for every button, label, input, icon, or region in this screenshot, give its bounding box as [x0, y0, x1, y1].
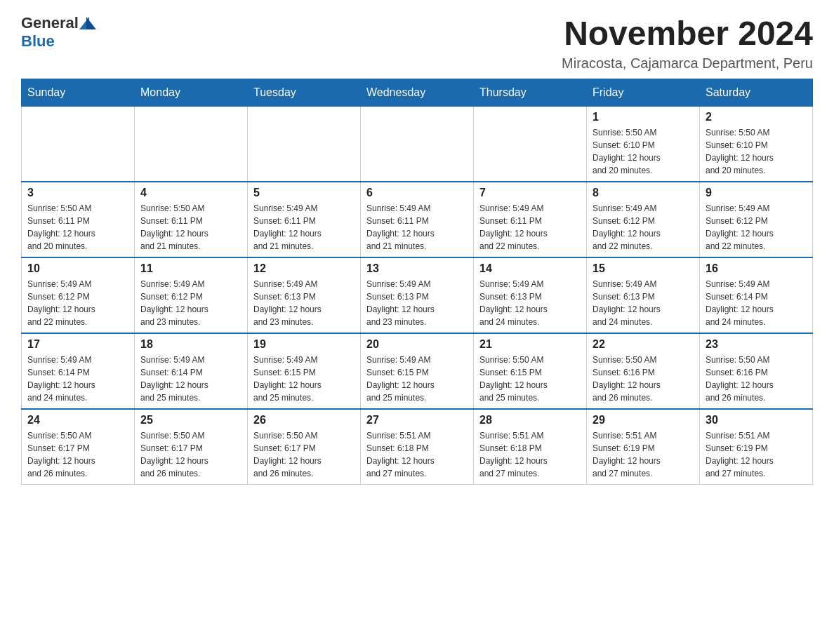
calendar-cell: 29Sunrise: 5:51 AM Sunset: 6:19 PM Dayli… — [587, 409, 700, 485]
day-info: Sunrise: 5:49 AM Sunset: 6:15 PM Dayligh… — [253, 354, 355, 404]
calendar-cell: 3Sunrise: 5:50 AM Sunset: 6:11 PM Daylig… — [22, 182, 135, 257]
calendar-cell: 24Sunrise: 5:50 AM Sunset: 6:17 PM Dayli… — [22, 409, 135, 485]
calendar-week-row: 10Sunrise: 5:49 AM Sunset: 6:12 PM Dayli… — [22, 257, 813, 333]
day-number: 24 — [27, 414, 128, 427]
calendar-cell: 14Sunrise: 5:49 AM Sunset: 6:13 PM Dayli… — [474, 257, 587, 333]
logo-text-blue: Blue — [21, 32, 55, 50]
day-info: Sunrise: 5:49 AM Sunset: 6:14 PM Dayligh… — [706, 278, 807, 328]
day-info: Sunrise: 5:50 AM Sunset: 6:10 PM Dayligh… — [593, 126, 694, 177]
day-info: Sunrise: 5:51 AM Sunset: 6:19 PM Dayligh… — [593, 429, 694, 480]
calendar-header-saturday: Saturday — [700, 79, 813, 107]
day-info: Sunrise: 5:51 AM Sunset: 6:19 PM Dayligh… — [706, 429, 807, 480]
calendar-cell: 27Sunrise: 5:51 AM Sunset: 6:18 PM Dayli… — [361, 409, 474, 485]
day-info: Sunrise: 5:49 AM Sunset: 6:12 PM Dayligh… — [593, 202, 694, 253]
day-number: 21 — [479, 338, 581, 351]
day-info: Sunrise: 5:50 AM Sunset: 6:11 PM Dayligh… — [140, 202, 241, 253]
day-number: 10 — [27, 262, 128, 275]
day-number: 12 — [253, 262, 355, 275]
day-number: 17 — [27, 338, 128, 351]
calendar-cell: 7Sunrise: 5:49 AM Sunset: 6:11 PM Daylig… — [474, 182, 587, 257]
calendar-header-wednesday: Wednesday — [361, 79, 474, 107]
calendar-cell — [474, 107, 587, 182]
day-info: Sunrise: 5:49 AM Sunset: 6:12 PM Dayligh… — [140, 278, 241, 328]
day-number: 29 — [593, 414, 694, 427]
location-subtitle: Miracosta, Cajamarca Department, Peru — [562, 55, 813, 72]
calendar-week-row: 1Sunrise: 5:50 AM Sunset: 6:10 PM Daylig… — [22, 107, 813, 182]
day-info: Sunrise: 5:50 AM Sunset: 6:16 PM Dayligh… — [593, 354, 694, 404]
day-info: Sunrise: 5:49 AM Sunset: 6:12 PM Dayligh… — [706, 202, 807, 253]
calendar-cell: 26Sunrise: 5:50 AM Sunset: 6:17 PM Dayli… — [248, 409, 361, 485]
calendar-cell: 2Sunrise: 5:50 AM Sunset: 6:10 PM Daylig… — [700, 107, 813, 182]
day-number: 13 — [366, 262, 468, 275]
calendar-week-row: 3Sunrise: 5:50 AM Sunset: 6:11 PM Daylig… — [22, 182, 813, 257]
day-info: Sunrise: 5:49 AM Sunset: 6:11 PM Dayligh… — [366, 202, 468, 253]
logo-text-general: General — [21, 14, 79, 32]
calendar-header-thursday: Thursday — [474, 79, 587, 107]
day-info: Sunrise: 5:49 AM Sunset: 6:14 PM Dayligh… — [140, 354, 241, 404]
day-number: 22 — [593, 338, 694, 351]
calendar-cell: 28Sunrise: 5:51 AM Sunset: 6:18 PM Dayli… — [474, 409, 587, 485]
calendar-cell: 8Sunrise: 5:49 AM Sunset: 6:12 PM Daylig… — [587, 182, 700, 257]
day-info: Sunrise: 5:49 AM Sunset: 6:13 PM Dayligh… — [479, 278, 581, 328]
day-info: Sunrise: 5:50 AM Sunset: 6:16 PM Dayligh… — [706, 354, 807, 404]
calendar-cell — [248, 107, 361, 182]
day-number: 9 — [706, 187, 807, 199]
day-number: 6 — [366, 187, 468, 199]
calendar-cell: 13Sunrise: 5:49 AM Sunset: 6:13 PM Dayli… — [361, 257, 474, 333]
day-info: Sunrise: 5:49 AM Sunset: 6:11 PM Dayligh… — [253, 202, 355, 253]
calendar-header-sunday: Sunday — [22, 79, 135, 107]
day-number: 5 — [253, 187, 355, 199]
logo: General Blue — [21, 14, 96, 51]
calendar-cell — [361, 107, 474, 182]
day-number: 16 — [706, 262, 807, 275]
calendar-cell: 6Sunrise: 5:49 AM Sunset: 6:11 PM Daylig… — [361, 182, 474, 257]
day-number: 14 — [479, 262, 581, 275]
calendar-table: SundayMondayTuesdayWednesdayThursdayFrid… — [21, 79, 813, 485]
page-header: General Blue November 2024 Miracosta, Ca… — [21, 14, 813, 72]
day-number: 20 — [366, 338, 468, 351]
day-number: 26 — [253, 414, 355, 427]
calendar-cell: 9Sunrise: 5:49 AM Sunset: 6:12 PM Daylig… — [700, 182, 813, 257]
calendar-cell: 23Sunrise: 5:50 AM Sunset: 6:16 PM Dayli… — [700, 333, 813, 409]
calendar-cell: 12Sunrise: 5:49 AM Sunset: 6:13 PM Dayli… — [248, 257, 361, 333]
day-number: 8 — [593, 187, 694, 199]
day-number: 28 — [479, 414, 581, 427]
calendar-cell: 17Sunrise: 5:49 AM Sunset: 6:14 PM Dayli… — [22, 333, 135, 409]
logo-triangle2-icon — [86, 17, 96, 29]
day-info: Sunrise: 5:49 AM Sunset: 6:13 PM Dayligh… — [366, 278, 468, 328]
day-number: 25 — [140, 414, 241, 427]
calendar-header-row: SundayMondayTuesdayWednesdayThursdayFrid… — [22, 79, 813, 107]
calendar-cell: 22Sunrise: 5:50 AM Sunset: 6:16 PM Dayli… — [587, 333, 700, 409]
day-number: 2 — [706, 111, 807, 123]
day-info: Sunrise: 5:50 AM Sunset: 6:11 PM Dayligh… — [27, 202, 128, 253]
calendar-cell — [135, 107, 248, 182]
calendar-header-friday: Friday — [587, 79, 700, 107]
calendar-cell: 25Sunrise: 5:50 AM Sunset: 6:17 PM Dayli… — [135, 409, 248, 485]
day-info: Sunrise: 5:49 AM Sunset: 6:13 PM Dayligh… — [253, 278, 355, 328]
calendar-cell: 20Sunrise: 5:49 AM Sunset: 6:15 PM Dayli… — [361, 333, 474, 409]
month-title: November 2024 — [562, 14, 813, 53]
calendar-cell: 4Sunrise: 5:50 AM Sunset: 6:11 PM Daylig… — [135, 182, 248, 257]
calendar-cell: 15Sunrise: 5:49 AM Sunset: 6:13 PM Dayli… — [587, 257, 700, 333]
title-section: November 2024 Miracosta, Cajamarca Depar… — [562, 14, 813, 72]
day-info: Sunrise: 5:50 AM Sunset: 6:17 PM Dayligh… — [140, 429, 241, 480]
day-info: Sunrise: 5:50 AM Sunset: 6:15 PM Dayligh… — [479, 354, 581, 404]
day-number: 15 — [593, 262, 694, 275]
day-number: 23 — [706, 338, 807, 351]
calendar-week-row: 17Sunrise: 5:49 AM Sunset: 6:14 PM Dayli… — [22, 333, 813, 409]
day-number: 4 — [140, 187, 241, 199]
day-info: Sunrise: 5:49 AM Sunset: 6:13 PM Dayligh… — [593, 278, 694, 328]
day-info: Sunrise: 5:49 AM Sunset: 6:14 PM Dayligh… — [27, 354, 128, 404]
day-number: 1 — [593, 111, 694, 123]
calendar-cell: 1Sunrise: 5:50 AM Sunset: 6:10 PM Daylig… — [587, 107, 700, 182]
day-number: 3 — [27, 187, 128, 199]
day-info: Sunrise: 5:50 AM Sunset: 6:17 PM Dayligh… — [27, 429, 128, 480]
day-number: 27 — [366, 414, 468, 427]
calendar-header-tuesday: Tuesday — [248, 79, 361, 107]
calendar-cell: 5Sunrise: 5:49 AM Sunset: 6:11 PM Daylig… — [248, 182, 361, 257]
day-info: Sunrise: 5:49 AM Sunset: 6:11 PM Dayligh… — [479, 202, 581, 253]
day-number: 11 — [140, 262, 241, 275]
day-info: Sunrise: 5:49 AM Sunset: 6:12 PM Dayligh… — [27, 278, 128, 328]
day-info: Sunrise: 5:49 AM Sunset: 6:15 PM Dayligh… — [366, 354, 468, 404]
calendar-cell: 10Sunrise: 5:49 AM Sunset: 6:12 PM Dayli… — [22, 257, 135, 333]
